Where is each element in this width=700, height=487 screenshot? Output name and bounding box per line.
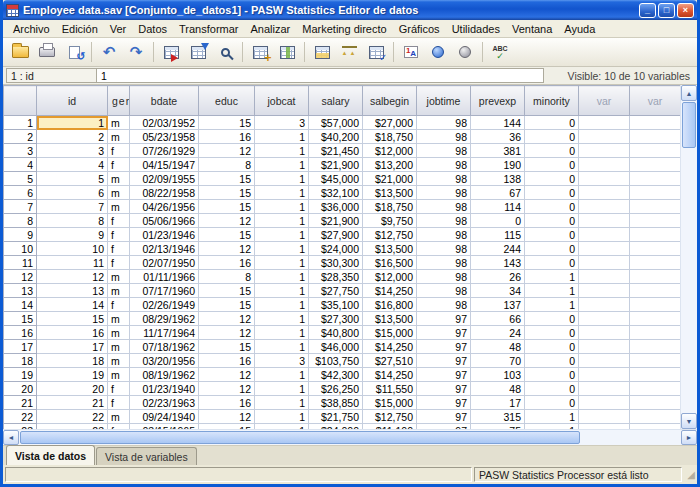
cell-empty[interactable] (579, 326, 630, 340)
cell[interactable]: $14,250 (363, 284, 417, 298)
cell[interactable]: 02/03/1952 (130, 116, 199, 130)
cell-empty[interactable] (630, 214, 681, 228)
cell[interactable]: $45,000 (309, 172, 363, 186)
minimize-button[interactable]: _ (639, 3, 656, 18)
cell[interactable]: 6 (37, 186, 108, 200)
cell[interactable]: $21,900 (309, 214, 363, 228)
cell[interactable]: 97 (417, 340, 471, 354)
cell[interactable]: 21 (37, 396, 108, 410)
cell[interactable]: 01/23/1946 (130, 228, 199, 242)
cell[interactable]: 1 (525, 410, 579, 424)
horizontal-scrollbar[interactable]: ◄ ► (3, 429, 697, 445)
cell[interactable]: 143 (471, 256, 525, 270)
cell[interactable]: 190 (471, 158, 525, 172)
cell[interactable]: $57,000 (309, 116, 363, 130)
cell[interactable]: f (108, 256, 130, 270)
cell[interactable]: 0 (525, 340, 579, 354)
cell[interactable]: $35,100 (309, 298, 363, 312)
cell[interactable]: 0 (525, 326, 579, 340)
cell[interactable]: $103,750 (309, 354, 363, 368)
undo-icon[interactable]: ↶ (96, 40, 122, 64)
cell[interactable]: 98 (417, 116, 471, 130)
row-number[interactable]: 15 (4, 312, 37, 326)
cell[interactable]: 16 (199, 396, 255, 410)
cell[interactable]: 20 (37, 382, 108, 396)
cell-empty[interactable] (630, 368, 681, 382)
cell[interactable]: $36,000 (309, 200, 363, 214)
cell[interactable]: 12 (37, 270, 108, 284)
cell-empty[interactable] (579, 144, 630, 158)
cell-empty[interactable] (630, 144, 681, 158)
cell[interactable]: 09/24/1940 (130, 410, 199, 424)
column-header-var2[interactable]: var (630, 86, 681, 116)
cell[interactable]: 0 (525, 214, 579, 228)
cell[interactable]: 3 (255, 354, 309, 368)
cell[interactable]: 114 (471, 200, 525, 214)
cell[interactable]: f (108, 242, 130, 256)
cell[interactable]: 0 (471, 214, 525, 228)
cell[interactable]: $32,100 (309, 186, 363, 200)
cell[interactable]: $38,850 (309, 396, 363, 410)
cell[interactable]: 0 (525, 228, 579, 242)
cell[interactable]: 67 (471, 186, 525, 200)
cell[interactable]: m (108, 200, 130, 214)
cell[interactable]: 0 (525, 396, 579, 410)
open-data-icon[interactable] (7, 40, 33, 64)
cell[interactable]: m (108, 284, 130, 298)
cell[interactable]: $27,300 (309, 312, 363, 326)
cell[interactable]: m (108, 326, 130, 340)
vertical-scrollbar[interactable]: ▲ ▼ (680, 85, 697, 429)
row-number[interactable]: 4 (4, 158, 37, 172)
cell[interactable]: 13 (37, 284, 108, 298)
cell[interactable]: 144 (471, 116, 525, 130)
cell[interactable]: 0 (525, 354, 579, 368)
row-number[interactable]: 13 (4, 284, 37, 298)
cell[interactable]: 98 (417, 172, 471, 186)
cell-empty[interactable] (579, 116, 630, 130)
cell[interactable]: 12 (199, 312, 255, 326)
cell[interactable]: 08/22/1958 (130, 186, 199, 200)
show-all-variables-icon[interactable] (452, 40, 478, 64)
cell-empty[interactable] (579, 242, 630, 256)
cell[interactable]: 97 (417, 368, 471, 382)
cell[interactable]: 0 (525, 242, 579, 256)
cell[interactable]: 22 (37, 410, 108, 424)
cell[interactable]: 8 (199, 158, 255, 172)
cell[interactable]: $12,000 (363, 144, 417, 158)
cell-empty[interactable] (579, 158, 630, 172)
cell[interactable]: 19 (37, 368, 108, 382)
print-icon[interactable] (34, 40, 60, 64)
row-number[interactable]: 1 (4, 116, 37, 130)
row-number[interactable]: 3 (4, 144, 37, 158)
cell[interactable]: 97 (417, 326, 471, 340)
use-variable-sets-icon[interactable] (425, 40, 451, 64)
row-number[interactable]: 20 (4, 382, 37, 396)
cell-empty[interactable] (579, 130, 630, 144)
cell[interactable]: 1 (255, 326, 309, 340)
cell[interactable]: 02/09/1955 (130, 172, 199, 186)
cell[interactable]: 2 (37, 130, 108, 144)
cell[interactable]: $24,000 (309, 242, 363, 256)
cell[interactable]: 1 (255, 284, 309, 298)
menu-datos[interactable]: Datos (132, 21, 173, 37)
cell[interactable]: 24 (471, 326, 525, 340)
cell[interactable]: 0 (525, 172, 579, 186)
cell[interactable]: 04/26/1956 (130, 200, 199, 214)
cell[interactable]: 12 (199, 144, 255, 158)
cell-empty[interactable] (630, 242, 681, 256)
cell[interactable]: 16 (199, 256, 255, 270)
vertical-scroll-thumb[interactable] (682, 102, 696, 148)
cell[interactable]: $18,750 (363, 130, 417, 144)
cell-empty[interactable] (579, 228, 630, 242)
cell[interactable]: m (108, 116, 130, 130)
cell-empty[interactable] (579, 396, 630, 410)
cell[interactable]: 0 (525, 130, 579, 144)
cell[interactable]: 1 (255, 270, 309, 284)
split-file-icon[interactable] (309, 40, 335, 64)
cell[interactable]: $30,300 (309, 256, 363, 270)
cell-empty[interactable] (579, 312, 630, 326)
goto-case-icon[interactable] (158, 40, 184, 64)
cell[interactable]: 1 (255, 228, 309, 242)
cell[interactable]: m (108, 312, 130, 326)
cell[interactable]: 115 (471, 228, 525, 242)
